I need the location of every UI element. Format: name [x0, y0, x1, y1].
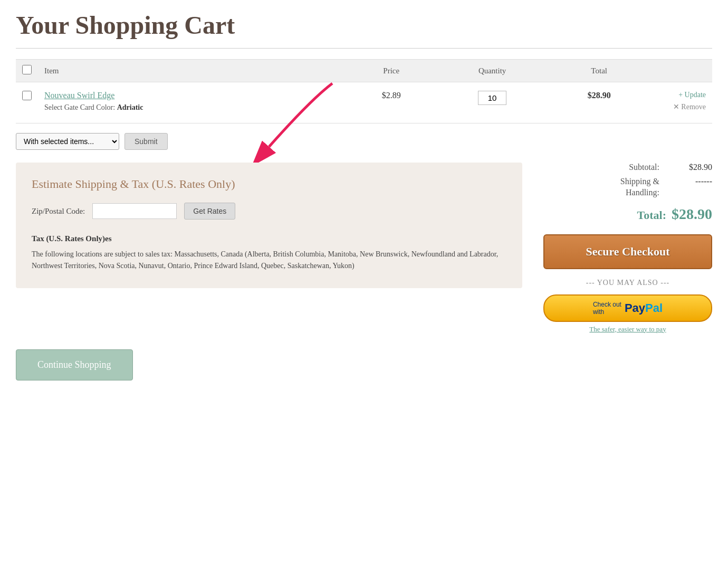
shipping-row: Shipping & Handling: ------ [543, 176, 712, 198]
bulk-action-select[interactable]: With selected items... [16, 133, 119, 150]
shipping-estimator-title: Estimate Shipping & Tax (U.S. Rates Only… [32, 177, 506, 191]
secure-checkout-button[interactable]: Secure Checkout [543, 234, 712, 269]
paypal-pal: Pal [645, 301, 663, 315]
total-value: $28.90 [672, 206, 712, 223]
zip-input[interactable] [92, 203, 177, 219]
table-row: Nouveau Swirl Edge Select Gate Card Colo… [16, 82, 712, 123]
paypal-logo: PayPal [625, 301, 663, 315]
total-label: Total: [637, 208, 666, 222]
shipping-estimator: Estimate Shipping & Tax (U.S. Rates Only… [16, 163, 522, 288]
bulk-action-row: With selected items... Submit [16, 133, 712, 150]
title-divider [16, 48, 712, 49]
shipping-label: Shipping & Handling: [620, 176, 659, 198]
actions-header [649, 60, 712, 82]
row-checkbox[interactable] [22, 91, 32, 100]
table-header-row: Item Price Quantity Total [16, 60, 712, 82]
paypal-btn-inner: Check outwith PayPal [555, 301, 701, 316]
total-row: Total: $28.90 [543, 206, 712, 223]
tax-body: The following locations are subject to s… [32, 249, 506, 272]
paypal-tagline: The safer, easier way to pay [543, 325, 712, 334]
item-actions-cell: + Update ✕ Remove [649, 82, 712, 123]
item-price: $2.89 [347, 82, 435, 123]
select-all-checkbox[interactable] [22, 65, 32, 74]
update-link[interactable]: + Update [655, 91, 706, 99]
quantity-input[interactable] [478, 91, 506, 105]
subtotal-value: $28.90 [670, 163, 712, 172]
zip-row: Zip/Postal Code: Get Rates [32, 203, 506, 220]
subtotal-label: Subtotal: [629, 163, 659, 172]
shipping-value: ------ [670, 177, 712, 186]
select-all-header [16, 60, 38, 82]
option-value: Adriatic [117, 103, 143, 111]
item-options: Select Gate Card Color: Adriatic [44, 103, 341, 112]
paypal-text-left: Check outwith [593, 301, 621, 316]
continue-shopping-button[interactable]: Continue Shopping [16, 349, 133, 380]
page-title: Your Shopping Cart [16, 11, 712, 40]
get-rates-button[interactable]: Get Rates [184, 203, 235, 220]
continue-shopping-row: Continue Shopping [16, 349, 712, 380]
order-summary: Subtotal: $28.90 Shipping & Handling: --… [543, 163, 712, 334]
subtotal-row: Subtotal: $28.90 [543, 163, 712, 172]
option-label: Select Gate Card Color: [44, 103, 115, 111]
item-quantity-cell [435, 82, 549, 123]
remove-link[interactable]: ✕ Remove [655, 102, 706, 111]
cart-table: Item Price Quantity Total Nouveau Swirl … [16, 59, 712, 123]
total-header: Total [549, 60, 649, 82]
paypal-checkout-button[interactable]: Check outwith PayPal [543, 294, 712, 322]
quantity-header: Quantity [435, 60, 549, 82]
paypal-checkout-small: Check outwith [593, 301, 621, 316]
submit-button[interactable]: Submit [124, 133, 168, 150]
price-header: Price [347, 60, 435, 82]
item-cell: Nouveau Swirl Edge Select Gate Card Colo… [38, 82, 347, 123]
tax-info: Tax (U.S. Rates Only)es The following lo… [32, 234, 506, 272]
item-header: Item [38, 60, 347, 82]
you-may-also-label: --- YOU MAY ALSO --- [543, 279, 712, 287]
row-checkbox-cell [16, 82, 38, 123]
item-name-link[interactable]: Nouveau Swirl Edge [44, 91, 114, 100]
zip-label: Zip/Postal Code: [32, 207, 85, 216]
bottom-section: Estimate Shipping & Tax (U.S. Rates Only… [16, 163, 712, 334]
paypal-pay: Pay [625, 301, 645, 315]
item-total: $28.90 [549, 82, 649, 123]
tax-heading: Tax (U.S. Rates Only)es [32, 234, 506, 243]
